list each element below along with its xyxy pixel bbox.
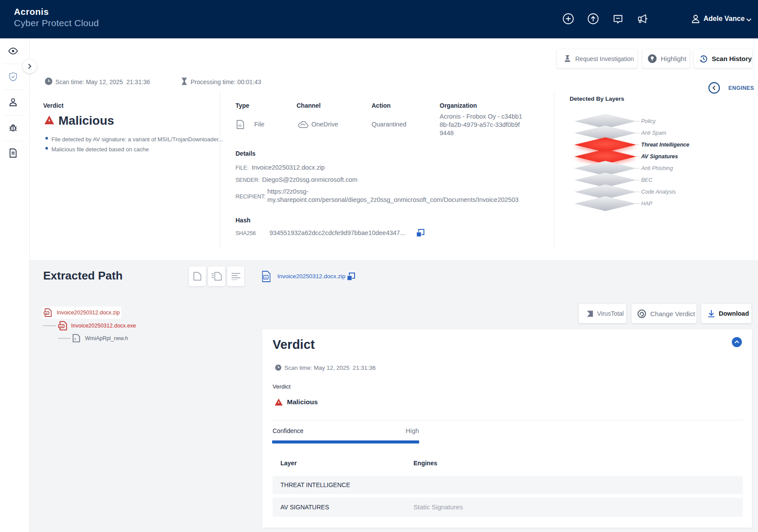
svg-text:exe: exe (59, 325, 63, 327)
svg-text:Code Analysis: Code Analysis (641, 189, 676, 195)
svg-text:BEC: BEC (641, 177, 653, 183)
svg-text:HAP: HAP (641, 201, 652, 207)
svg-text:zip: zip (45, 312, 48, 314)
svg-text:zip: zip (264, 276, 267, 279)
svg-text:Threat Intelligence: Threat Intelligence (641, 142, 689, 148)
svg-text:Anti Phishing: Anti Phishing (641, 165, 673, 171)
svg-text:h: h (75, 338, 76, 341)
svg-text:Anti Spam: Anti Spam (641, 130, 666, 136)
svg-text:AV Signatures: AV Signatures (641, 153, 678, 160)
svg-text:zip: zip (238, 124, 242, 127)
svg-text:Policy: Policy (641, 118, 656, 124)
